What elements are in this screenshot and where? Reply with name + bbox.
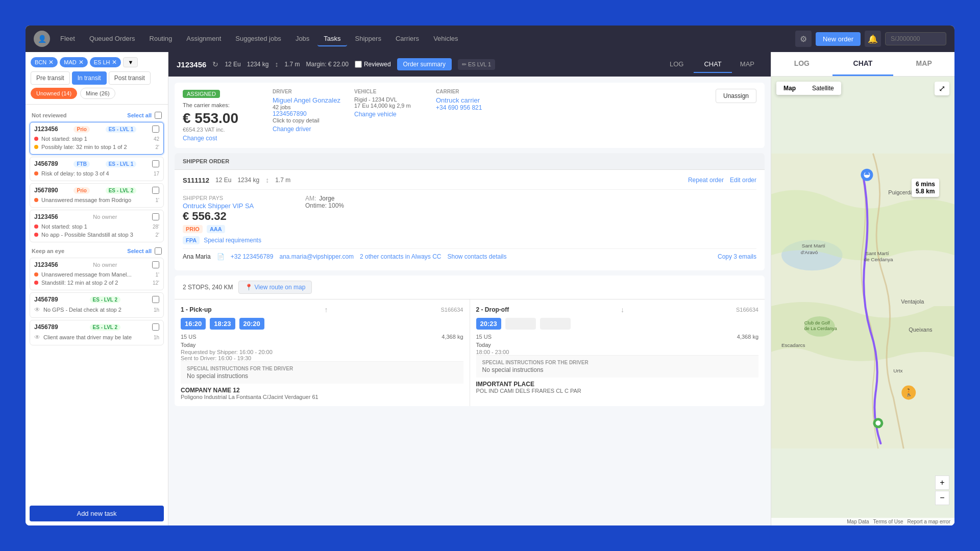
terms-link[interactable]: Terms of Use (873, 519, 903, 524)
not-reviewed-select-all-checkbox[interactable] (155, 112, 162, 119)
task-select-checkbox[interactable] (152, 296, 159, 303)
nav-queued-orders[interactable]: Queued Orders (83, 32, 141, 46)
contact-phone[interactable]: +32 123456789 (231, 253, 274, 260)
nav-fleet[interactable]: Fleet (54, 32, 81, 46)
shipper-order-card: SHIPPER ORDER S111112 12 Eu 1234 kg ↕ 1.… (175, 153, 765, 270)
zoom-in-button[interactable]: + (935, 475, 949, 490)
task-card[interactable]: J123456 Prio ES - LVL 1 Not started: sto… (30, 122, 164, 155)
carrier-col: CARRIER Ontruck carrier +34 690 956 821 (436, 89, 507, 142)
log-tab[interactable]: LOG (659, 56, 694, 73)
settings-button[interactable]: ⚙ (795, 31, 812, 47)
nav-shippers[interactable]: Shippers (349, 32, 387, 46)
task-select-checkbox[interactable] (152, 126, 159, 133)
reviewed-checkbox[interactable] (355, 61, 362, 68)
filter-tag-eslh[interactable]: ES LH ✕ (90, 57, 121, 67)
filter-tag-mad[interactable]: MAD ✕ (60, 57, 87, 67)
report-error-link[interactable]: Report a map error (908, 519, 950, 524)
copy-emails-link[interactable]: Copy 3 emails (718, 253, 756, 260)
shipper-name-link[interactable]: Ontruck Shipper VIP SA (183, 202, 285, 210)
task-select-checkbox[interactable] (152, 323, 159, 331)
cost-amount: € 553.00 (183, 110, 264, 127)
new-order-button[interactable]: New order (816, 32, 861, 46)
map-tab[interactable]: MAP (732, 56, 763, 73)
not-reviewed-select-all[interactable]: Select all (127, 112, 152, 118)
keep-eye-select-all[interactable]: Select all (127, 248, 152, 254)
task-sub-item: Possibly late: 32 min to stop 1 of 2 2' (34, 143, 159, 151)
nav-vehicles[interactable]: Vehicles (427, 32, 464, 46)
stop-1-weight: 15 US 4,368 kg (181, 334, 463, 340)
driver-phone[interactable]: 1234567890 (273, 110, 344, 117)
remove-eslh-icon[interactable]: ✕ (112, 59, 117, 66)
search-input[interactable] (885, 32, 946, 45)
task-card[interactable]: J456789 ES - LVL 2 👁 No GPS - Delat chec… (30, 292, 164, 318)
in-transit-tab[interactable]: In transit (72, 71, 107, 85)
change-vehicle-link[interactable]: Change vehicle (354, 111, 426, 118)
view-route-button[interactable]: 📍 View route on map (238, 281, 312, 294)
special-requirements-link[interactable]: Special requirements (204, 237, 261, 244)
task-card[interactable]: J456789 FTB ES - LVL 1 Risk of delay: to… (30, 157, 164, 181)
filter-tags: BCN ✕ MAD ✕ ES LH ✕ ▼ (31, 57, 163, 67)
center-panel: J123456 ↻ 12 Eu 1234 kg ↕ 1.7 m Margin: … (168, 52, 771, 525)
task-select-checkbox[interactable] (152, 213, 159, 220)
add-task-button[interactable]: Add new task (30, 506, 164, 521)
map-zoom-controls: + − (935, 475, 949, 505)
nav-links: Fleet Queued Orders Routing Assignment S… (54, 32, 791, 46)
task-card[interactable]: J123456 No owner Not started: stop 1 28'… (30, 210, 164, 242)
pre-transit-tab[interactable]: Pre transit (31, 71, 70, 85)
shipper-eu: 12 Eu (215, 177, 231, 184)
map-switch-satellite[interactable]: Satellite (805, 82, 841, 95)
post-transit-tab[interactable]: Post transit (109, 71, 151, 85)
task-select-checkbox[interactable] (152, 261, 159, 268)
stop-2-ref: S166634 (736, 307, 758, 313)
repeat-order-button[interactable]: Repeat order (688, 177, 724, 184)
not-reviewed-section-header: Not reviewed Select all (30, 109, 164, 122)
unowned-tab[interactable]: Unowned (14) (31, 88, 77, 99)
filter-tag-bcn[interactable]: BCN ✕ (31, 57, 58, 67)
map-data-link[interactable]: Map Data (847, 519, 869, 524)
stops-card: 2 STOPS, 240 KM 📍 View route on map 1 - … (175, 276, 765, 406)
nav-assignment[interactable]: Assignment (180, 32, 227, 46)
nav-jobs[interactable]: Jobs (289, 32, 315, 46)
notifications-button[interactable]: 🔔 (865, 31, 881, 47)
task-card[interactable]: J123456 No owner Unanswered message from… (30, 258, 164, 290)
change-driver-link[interactable]: Change driver (273, 126, 344, 133)
remove-bcn-icon[interactable]: ✕ (48, 59, 54, 66)
svg-text:de Cerdanya: de Cerdanya (864, 257, 893, 262)
nav-carriers[interactable]: Carriers (389, 32, 425, 46)
chat-right-tab[interactable]: CHAT (832, 52, 894, 76)
map-switch-map[interactable]: Map (776, 82, 803, 95)
task-card[interactable]: J567890 Prio ES - LVL 2 Unanswered messa… (30, 183, 164, 208)
edit-order-button[interactable]: Edit order (730, 177, 756, 184)
task-select-checkbox[interactable] (152, 160, 159, 167)
other-contacts-link[interactable]: 2 other contacts in Always CC (360, 253, 441, 260)
nav-tasks[interactable]: Tasks (317, 32, 347, 46)
stop-1-times: 16:20 18:23 20:20 (181, 318, 463, 330)
contact-email[interactable]: ana.maria@vipshipper.com (279, 253, 354, 260)
chat-tab[interactable]: CHAT (694, 56, 731, 73)
log-right-tab[interactable]: LOG (771, 52, 832, 76)
task-select-checkbox[interactable] (152, 187, 159, 194)
carrier-phone[interactable]: +34 690 956 821 (436, 104, 507, 111)
change-cost-link[interactable]: Change cost (183, 135, 264, 142)
task-card[interactable]: J456789 ES - LVL 2 👁 Client aware that d… (30, 320, 164, 345)
assigned-badge: ASSIGNED (183, 90, 220, 98)
unassign-button[interactable]: Unassign (716, 89, 756, 103)
mine-tab[interactable]: Mine (26) (80, 88, 115, 99)
refresh-icon[interactable]: ↻ (212, 60, 218, 68)
driver-jobs: 42 jobs (273, 104, 344, 110)
map-expand-button[interactable]: ⤢ (935, 82, 949, 95)
user-avatar: 👤 (34, 31, 50, 47)
nav-suggested-jobs[interactable]: Suggested jobs (229, 32, 287, 46)
order-summary-button[interactable]: Order summary (397, 58, 452, 70)
shipper-pays-left: Shipper pays Ontruck Shipper VIP SA € 55… (183, 195, 285, 244)
zoom-out-button[interactable]: − (935, 491, 949, 505)
filter-dropdown[interactable]: ▼ (123, 57, 138, 67)
show-contacts-link[interactable]: Show contacts details (447, 253, 506, 260)
map-right-tab[interactable]: MAP (893, 52, 954, 76)
contact-document-icon[interactable]: 📄 (217, 253, 225, 260)
keep-eye-select-all-checkbox[interactable] (155, 247, 162, 255)
stop-1-time-2: 18:23 (210, 318, 235, 330)
remove-mad-icon[interactable]: ✕ (79, 59, 84, 66)
task-sub-item: Unanswered message from Manel... 1' (34, 270, 159, 279)
nav-routing[interactable]: Routing (143, 32, 179, 46)
